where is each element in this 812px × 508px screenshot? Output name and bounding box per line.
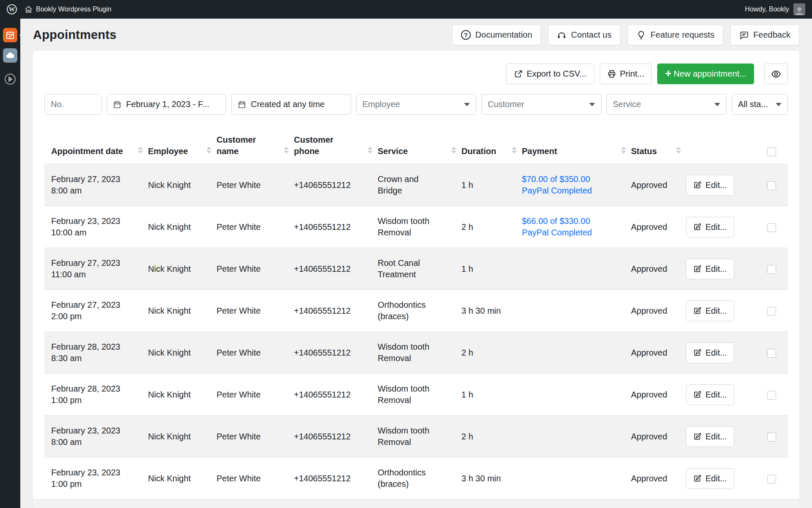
- appointment-date-cell: February 28, 20231:00 pm: [44, 374, 148, 416]
- status-filter[interactable]: All sta...: [732, 94, 788, 115]
- feedback-bubble-icon: [739, 30, 749, 40]
- status-value: Approved: [631, 347, 680, 359]
- sort-icon: [512, 146, 517, 154]
- payment-cell: [522, 416, 631, 458]
- row-checkbox[interactable]: [767, 475, 776, 483]
- row-checkbox[interactable]: [767, 433, 776, 442]
- status-value: Approved: [631, 473, 680, 484]
- documentation-button[interactable]: ? Documentation: [452, 25, 541, 45]
- customer-filter[interactable]: Customer: [481, 94, 601, 115]
- employee-name: Nick Knight: [148, 179, 211, 191]
- select-cell: [755, 374, 788, 416]
- sidebar-item-bookly-cloud[interactable]: [3, 48, 17, 63]
- sort-icon: [451, 146, 456, 154]
- wordpress-logo-button[interactable]: W: [7, 4, 17, 14]
- appointment-number-filter[interactable]: [44, 94, 102, 115]
- chevron-down-icon: [589, 103, 595, 106]
- feedback-button[interactable]: Feedback: [730, 25, 799, 45]
- edit-button-label: Edit...: [705, 474, 727, 483]
- payment-link[interactable]: $70.00 of $350.00: [522, 174, 625, 185]
- main-content: Appointments ? Documentation Contact us …: [20, 0, 812, 508]
- column-header-appointment-date[interactable]: Appointment date: [44, 127, 148, 164]
- actions-cell: Edit...: [686, 164, 755, 206]
- edit-button[interactable]: Edit...: [686, 175, 734, 196]
- column-header-duration[interactable]: Duration: [461, 127, 522, 164]
- customer-name-cell: Peter White: [217, 416, 294, 458]
- payment-cell: [522, 248, 631, 290]
- actions-cell: Edit...: [686, 206, 755, 248]
- service-name: Wisdom tooth Removal: [378, 383, 439, 406]
- row-checkbox[interactable]: [767, 307, 776, 316]
- appointment-date-cell: February 28, 20238:30 am: [44, 332, 148, 374]
- edit-button[interactable]: Edit...: [686, 468, 734, 489]
- customer-name: Peter White: [217, 389, 288, 400]
- employee-cell: Nick Knight: [148, 290, 217, 332]
- contact-us-button[interactable]: Contact us: [548, 25, 620, 45]
- status-value: Approved: [631, 179, 680, 191]
- employee-name: Nick Knight: [148, 347, 211, 359]
- column-header-payment[interactable]: Payment: [522, 127, 631, 164]
- customer-name: Peter White: [217, 473, 288, 484]
- payment-link[interactable]: PayPal Completed: [522, 185, 625, 196]
- select-all-checkbox[interactable]: [767, 147, 776, 156]
- payment-link[interactable]: PayPal Completed: [522, 227, 625, 238]
- service-filter[interactable]: Service: [606, 94, 727, 115]
- sidebar-item-bookly[interactable]: [3, 28, 17, 42]
- edit-button[interactable]: Edit...: [686, 342, 734, 363]
- new-appointment-label: New appointment...: [674, 69, 746, 79]
- column-header-employee[interactable]: Employee: [148, 127, 217, 164]
- export-icon: [514, 69, 523, 78]
- admin-sidebar: [0, 19, 20, 508]
- customer-name: Peter White: [217, 263, 288, 275]
- customer-name: Peter White: [217, 431, 288, 442]
- feature-requests-button[interactable]: Feature requests: [628, 25, 723, 45]
- sort-icon: [676, 146, 681, 154]
- column-header-customer-phone[interactable]: Customer phone: [294, 127, 378, 164]
- account-menu[interactable]: Howdy, Bookly: [745, 3, 805, 15]
- actions-cell: Edit...: [686, 374, 755, 416]
- appointment-date-filter[interactable]: February 1, 2023 - F...: [107, 94, 226, 115]
- status-value: Approved: [631, 389, 680, 400]
- columns-visibility-button[interactable]: [764, 64, 788, 84]
- edit-button[interactable]: Edit...: [686, 426, 734, 447]
- customer-phone-cell: +14065551212: [294, 374, 378, 416]
- column-header-service[interactable]: Service: [378, 127, 461, 164]
- documentation-label: Documentation: [475, 30, 532, 40]
- duration-cell: 3 h 30 min: [461, 290, 522, 332]
- row-checkbox[interactable]: [767, 391, 776, 400]
- appointment-date: February 23, 2023: [51, 425, 142, 436]
- appointment-number-input[interactable]: [51, 99, 95, 109]
- service-name: Crown and Bridge: [378, 174, 439, 196]
- row-checkbox[interactable]: [767, 223, 776, 232]
- column-header-status[interactable]: Status: [631, 127, 686, 164]
- actions-cell: Edit...: [686, 248, 755, 290]
- customer-phone-cell: +14065551212: [294, 164, 378, 206]
- edit-button[interactable]: Edit...: [686, 301, 734, 321]
- new-appointment-button[interactable]: + New appointment...: [657, 64, 754, 84]
- edit-button[interactable]: Edit...: [686, 217, 734, 237]
- customer-phone: +14065551212: [294, 263, 372, 275]
- row-checkbox[interactable]: [767, 265, 776, 274]
- export-csv-button[interactable]: Export to CSV...: [506, 64, 594, 84]
- row-checkbox[interactable]: [767, 349, 776, 358]
- customer-name: Peter White: [217, 221, 288, 233]
- customer-name: Peter White: [217, 179, 288, 191]
- appointment-date: February 27, 2023: [51, 174, 142, 185]
- duration-cell: 2 h: [461, 332, 522, 374]
- employee-filter[interactable]: Employee: [356, 94, 476, 115]
- row-checkbox[interactable]: [767, 181, 776, 190]
- duration-value: 1 h: [461, 389, 516, 400]
- column-header-customer-name[interactable]: Customer name: [217, 127, 294, 164]
- print-button[interactable]: Print...: [600, 64, 652, 84]
- creation-date-filter[interactable]: Created at any time: [231, 94, 351, 115]
- customer-name: Peter White: [217, 305, 288, 317]
- site-home-link[interactable]: Bookly Wordpress Plugin: [25, 6, 111, 14]
- payment-link[interactable]: $66.00 of $330.00: [522, 215, 625, 227]
- payment-cell: $70.00 of $350.00PayPal Completed: [522, 164, 631, 206]
- edit-button[interactable]: Edit...: [686, 384, 734, 405]
- table-row-partial: [33, 499, 799, 508]
- collapse-menu-button[interactable]: [5, 74, 16, 85]
- edit-button[interactable]: Edit...: [686, 259, 734, 279]
- appointment-time: 11:00 am: [51, 269, 142, 280]
- status-cell: Approved: [631, 458, 686, 500]
